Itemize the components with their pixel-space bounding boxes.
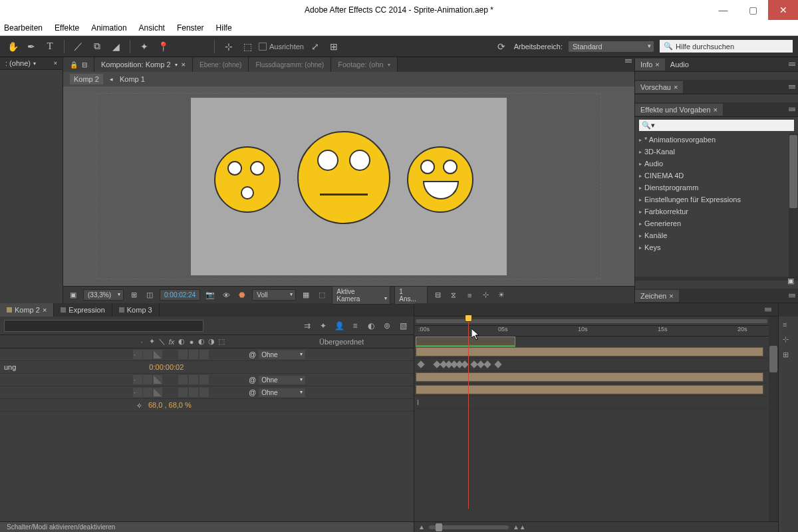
comp-tab-footage[interactable]: Footage: (ohn ▾ <box>331 57 398 72</box>
parent-dropdown[interactable]: Ohne <box>259 388 305 397</box>
crumb-komp1[interactable]: Komp 1 <box>120 75 145 83</box>
brain-icon[interactable]: ⊚ <box>380 319 394 332</box>
presets-search[interactable]: 🔍▾ <box>639 120 794 131</box>
panel-menu-icon[interactable] <box>789 106 798 113</box>
timeline-tab-komp3[interactable]: Komp 3 <box>112 303 160 317</box>
layer-search[interactable] <box>4 320 203 332</box>
guides-icon[interactable]: ⊞ <box>128 289 140 301</box>
eraser-tool-icon[interactable]: ◢ <box>108 39 123 54</box>
preset-item[interactable]: CINEMA 4D <box>635 170 789 182</box>
panel-icon[interactable]: ≡ <box>783 321 794 329</box>
puppet-tool-icon[interactable]: 📍 <box>156 39 170 54</box>
snapshot-icon[interactable]: 📷 <box>204 289 216 301</box>
zoom-dropdown[interactable]: (33,3%) <box>83 289 124 301</box>
panel-icon[interactable]: ⊞ <box>783 350 794 359</box>
parent-dropdown[interactable]: Ohne <box>259 376 305 384</box>
flowchart-icon[interactable]: ⊹ <box>479 289 491 301</box>
motion-blur-icon[interactable]: ◐ <box>364 319 378 332</box>
layer-row-3-prop[interactable]: ⟡ 68,0 , 68,0 % <box>0 399 414 412</box>
shy-icon[interactable]: 👤 <box>332 319 346 332</box>
timeline-icon[interactable]: ≡ <box>464 289 475 301</box>
columns-icon[interactable]: ⊟ <box>82 61 87 68</box>
preset-item[interactable]: Kanäle <box>635 229 789 241</box>
sync-icon[interactable]: ⟳ <box>494 39 509 54</box>
transparency-icon[interactable]: ▦ <box>300 289 312 301</box>
type-tool-icon[interactable]: T <box>43 39 57 54</box>
time-ruler[interactable]: :00s 05s 10s 15s 20s <box>414 326 769 336</box>
minimize-button[interactable]: ― <box>708 0 738 20</box>
snap-anchor-icon[interactable]: ⊹ <box>221 39 236 54</box>
composition-viewport[interactable] <box>63 86 634 286</box>
mask-icon[interactable]: ◫ <box>144 289 156 301</box>
keyframe-row-1[interactable] <box>414 358 769 371</box>
resolution-dropdown[interactable]: Voll <box>252 289 296 301</box>
show-snapshot-icon[interactable]: 👁 <box>220 289 232 301</box>
timeline-vscroll[interactable] <box>769 317 778 521</box>
comp-tab-flowchart[interactable]: Flussdiagramm: (ohne) <box>249 57 331 72</box>
comp-mini-flowchart-icon[interactable]: ⇉ <box>301 319 314 332</box>
preset-item[interactable]: Generieren <box>635 217 789 229</box>
graph-editor-icon[interactable]: ▧ <box>396 319 410 332</box>
timeline-status[interactable]: Schalter/Modi aktivieren/deaktivieren <box>0 521 414 532</box>
channels-icon[interactable]: ⬣ <box>236 289 248 301</box>
camera-dropdown[interactable]: Aktive Kamera <box>332 286 390 305</box>
close-icon[interactable]: × <box>43 306 47 314</box>
frame-blend-icon[interactable]: ≡ <box>348 319 362 332</box>
menu-animation[interactable]: Animation <box>91 23 126 33</box>
keyframe-row-3[interactable]: I <box>414 396 769 409</box>
workspace-dropdown[interactable]: Standard <box>568 41 654 53</box>
preset-item[interactable]: 3D-Kanal <box>635 146 789 158</box>
menu-effect[interactable]: Effekte <box>55 23 79 33</box>
menu-window[interactable]: Fenster <box>177 23 204 33</box>
layer-row-2[interactable]: · @Ohne <box>0 374 414 386</box>
layer-row-1-prop[interactable]: ung 0:00:00:02 <box>0 361 414 374</box>
panel-menu-icon[interactable] <box>789 61 798 68</box>
hand-tool-icon[interactable]: ✋ <box>5 39 20 54</box>
panel-menu-icon[interactable] <box>765 306 774 313</box>
parent-dropdown[interactable]: Ohne <box>259 350 305 359</box>
brush-tool-icon[interactable]: ／ <box>71 39 86 54</box>
scale-value[interactable]: 68,0 , 68,0 % <box>148 401 192 409</box>
snap-icon[interactable]: ⤢ <box>308 39 323 54</box>
close-icon[interactable]: × <box>182 61 186 68</box>
character-tab[interactable]: Zeichen × <box>635 290 679 302</box>
draft3d-icon[interactable]: ✦ <box>317 319 330 332</box>
audio-tab[interactable]: Audio <box>665 59 694 70</box>
layer-row-1[interactable]: · @Ohne <box>0 348 414 361</box>
exposure-icon[interactable]: ☀ <box>495 289 507 301</box>
current-time[interactable]: 0:00:02:24 <box>160 289 200 301</box>
time-remap-value[interactable]: 0:00:00:02 <box>149 363 184 371</box>
snap-edge-icon[interactable]: ⬚ <box>240 39 255 54</box>
panel-menu-icon[interactable] <box>789 84 798 90</box>
presets-list[interactable]: * Animationsvorgaben 3D-Kanal Audio CINE… <box>635 134 789 277</box>
panel-icon[interactable]: ⊹ <box>783 335 794 344</box>
pickwhip-icon[interactable]: @ <box>249 350 256 358</box>
panel-menu-icon[interactable] <box>789 293 798 299</box>
menu-edit[interactable]: Bearbeiten <box>4 23 43 33</box>
collapsed-panel[interactable]: ≡ ⊹ ⊞ <box>778 303 798 532</box>
pen-tool-icon[interactable]: ✒ <box>24 39 39 54</box>
work-area-bar[interactable] <box>414 336 769 346</box>
zoom-in-icon[interactable]: ▲▲ <box>513 523 526 531</box>
comp-tab-composition[interactable]: Komposition: Komp 2 ▾ × <box>94 57 193 72</box>
roto-tool-icon[interactable]: ✦ <box>137 39 152 54</box>
timeline-tracks[interactable]: :00s 05s 10s 15s 20s <box>414 303 778 532</box>
close-icon[interactable]: × <box>669 292 673 300</box>
crumb-komp2[interactable]: Komp 2 <box>70 74 103 84</box>
close-button[interactable]: ✕ <box>768 0 798 20</box>
timeline-zoom-slider[interactable] <box>429 525 509 529</box>
menu-help[interactable]: Hilfe <box>216 23 232 33</box>
align-checkbox[interactable]: Ausrichten <box>259 43 304 51</box>
comp-tab-lock[interactable]: 🔒⊟ <box>63 57 94 72</box>
preset-item[interactable]: Farbkorrektur <box>635 205 789 217</box>
panel-menu-icon[interactable] <box>625 57 634 64</box>
layer-row-3[interactable]: · @Ohne <box>0 386 414 399</box>
close-tab-icon[interactable]: × <box>54 60 57 66</box>
preset-item[interactable]: Audio <box>635 158 789 170</box>
lock-icon[interactable]: 🔒 <box>70 61 78 68</box>
timeline-tab-expression[interactable]: Expression <box>54 303 112 317</box>
maximize-button[interactable]: ▢ <box>738 0 768 20</box>
comp-tab-layer[interactable]: Ebene: (ohne) <box>193 57 249 72</box>
preview-tab[interactable]: Vorschau × <box>635 81 683 93</box>
clone-tool-icon[interactable]: ⧉ <box>90 39 104 54</box>
